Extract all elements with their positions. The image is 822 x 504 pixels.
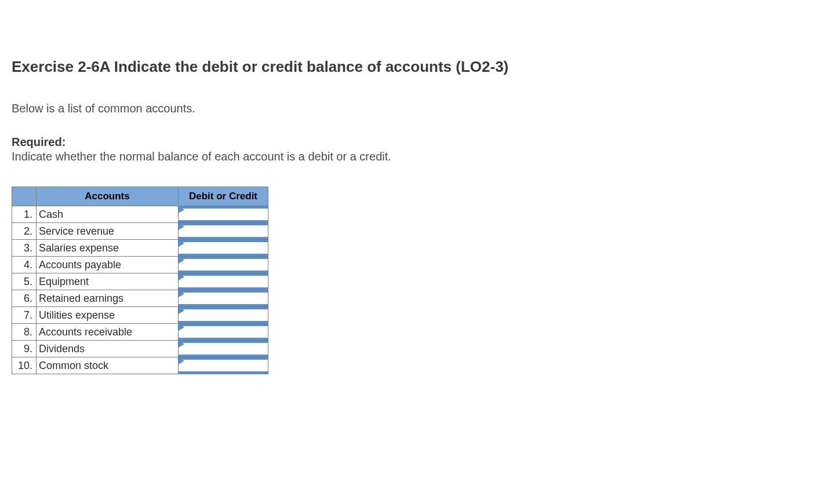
debit-credit-input[interactable] (179, 307, 268, 323)
row-number: 3. (12, 240, 37, 257)
table-row: 4. Accounts payable (12, 257, 268, 273)
required-text: Indicate whether the normal balance of e… (12, 150, 810, 163)
row-number: 5. (12, 273, 37, 290)
table-row: 5. Equipment (12, 273, 268, 290)
row-account: Accounts payable (37, 257, 179, 273)
row-number: 8. (12, 324, 37, 341)
table-header-num (12, 187, 37, 206)
row-account: Equipment (37, 273, 179, 290)
row-number: 9. (12, 341, 37, 357)
row-account: Common stock (37, 357, 179, 374)
page-title: Exercise 2-6A Indicate the debit or cred… (12, 58, 810, 76)
debit-credit-input[interactable] (179, 257, 268, 273)
debit-credit-input[interactable] (179, 223, 268, 239)
intro-text: Below is a list of common accounts. (12, 102, 810, 115)
dropdown-arrow-icon (179, 206, 184, 213)
row-account: Salaries expense (37, 240, 179, 257)
dropdown-arrow-icon (179, 240, 184, 247)
row-account: Dividends (37, 341, 179, 357)
debit-credit-input[interactable] (179, 341, 268, 357)
table-row: 7. Utilities expense (12, 307, 268, 324)
debit-credit-input[interactable] (179, 240, 268, 256)
debit-credit-input[interactable] (179, 357, 268, 374)
row-number: 10. (12, 357, 37, 374)
row-number: 7. (12, 307, 37, 324)
debit-credit-input[interactable] (179, 273, 268, 290)
dropdown-arrow-icon (179, 307, 184, 314)
row-debit-credit-cell[interactable] (179, 273, 268, 290)
row-debit-credit-cell[interactable] (179, 206, 268, 223)
debit-credit-input[interactable] (179, 324, 268, 340)
table-row: 9. Dividends (12, 341, 268, 357)
dropdown-arrow-icon (179, 357, 184, 364)
table-row: 1. Cash (12, 206, 268, 223)
row-account: Accounts receivable (37, 324, 179, 341)
dropdown-arrow-icon (179, 341, 184, 348)
row-number: 2. (12, 223, 37, 240)
accounts-table: Accounts Debit or Credit 1. Cash 2. Serv… (12, 187, 268, 374)
row-number: 6. (12, 290, 37, 307)
debit-credit-input[interactable] (179, 290, 268, 306)
row-debit-credit-cell[interactable] (179, 307, 268, 324)
row-debit-credit-cell[interactable] (179, 290, 268, 307)
row-debit-credit-cell[interactable] (179, 240, 268, 257)
dropdown-arrow-icon (179, 273, 184, 280)
row-account: Retained earnings (37, 290, 179, 307)
row-account: Cash (37, 206, 179, 223)
row-debit-credit-cell[interactable] (179, 223, 268, 240)
dropdown-arrow-icon (179, 324, 184, 331)
row-debit-credit-cell[interactable] (179, 324, 268, 341)
table-row: 8. Accounts receivable (12, 324, 268, 341)
table-row: 3. Salaries expense (12, 240, 268, 257)
row-debit-credit-cell[interactable] (179, 257, 268, 273)
row-number: 1. (12, 206, 37, 223)
dropdown-arrow-icon (179, 290, 184, 297)
table-row: 10. Common stock (12, 357, 268, 374)
table-row: 2. Service revenue (12, 223, 268, 240)
row-debit-credit-cell[interactable] (179, 357, 268, 374)
row-debit-credit-cell[interactable] (179, 341, 268, 357)
dropdown-arrow-icon (179, 223, 184, 230)
row-account: Utilities expense (37, 307, 179, 324)
table-row: 6. Retained earnings (12, 290, 268, 307)
dropdown-arrow-icon (179, 257, 184, 264)
required-label: Required: (12, 136, 810, 149)
debit-credit-input[interactable] (179, 206, 268, 222)
row-account: Service revenue (37, 223, 179, 240)
table-header-accounts: Accounts (37, 187, 179, 206)
row-number: 4. (12, 257, 37, 273)
table-header-debit-credit: Debit or Credit (179, 187, 268, 206)
table-header-row: Accounts Debit or Credit (12, 187, 268, 206)
